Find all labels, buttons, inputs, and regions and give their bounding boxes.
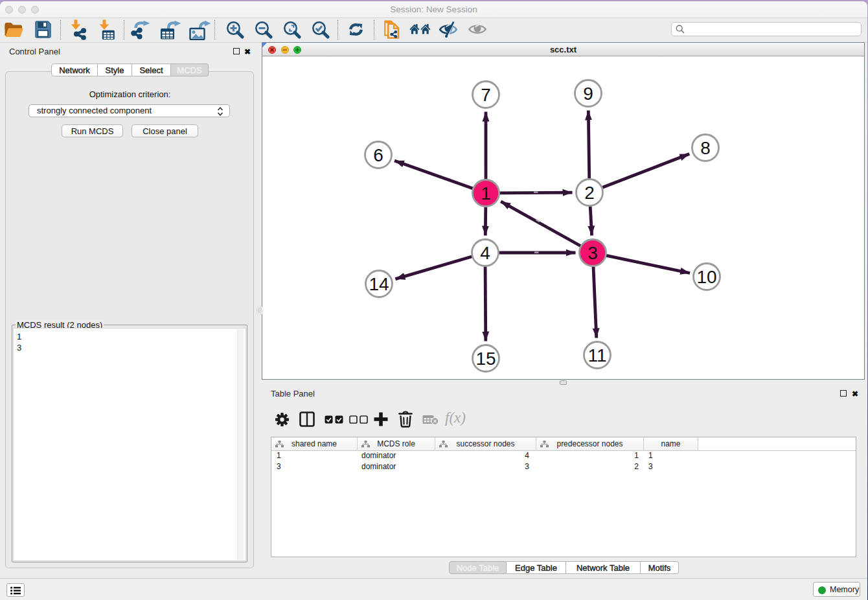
svg-text:6: 6 bbox=[373, 145, 383, 165]
svg-text:14: 14 bbox=[369, 274, 389, 294]
svg-text:7: 7 bbox=[481, 85, 491, 105]
svg-text:2: 2 bbox=[584, 183, 595, 203]
svg-text:4: 4 bbox=[480, 243, 490, 263]
svg-text:9: 9 bbox=[583, 84, 593, 104]
svg-text:11: 11 bbox=[588, 345, 606, 365]
svg-text:3: 3 bbox=[588, 243, 598, 263]
svg-text:8: 8 bbox=[700, 138, 711, 158]
svg-text:15: 15 bbox=[475, 349, 496, 369]
svg-text:1: 1 bbox=[481, 183, 491, 203]
svg-text:10: 10 bbox=[696, 267, 716, 287]
